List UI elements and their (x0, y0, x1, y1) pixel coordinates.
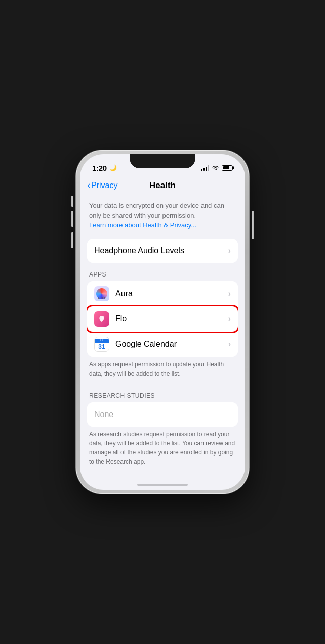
power-button[interactable] (252, 211, 254, 239)
learn-more-link[interactable]: Learn more about Health & Privacy... (89, 221, 196, 229)
gcal-chevron-icon: › (228, 340, 231, 349)
home-indicator[interactable] (137, 484, 188, 486)
volume-up-button[interactable] (71, 211, 73, 227)
svg-rect-0 (100, 340, 102, 341)
bottom-spacer (80, 472, 245, 490)
apps-section-label: APPS (80, 263, 245, 281)
flo-label: Flo (115, 314, 225, 324)
volume-down-button[interactable] (71, 232, 73, 248)
gcal-grid-icon (100, 339, 104, 342)
svg-rect-1 (102, 340, 103, 341)
flo-chevron-icon: › (228, 314, 231, 324)
battery-icon (222, 165, 233, 171)
apps-list-group: AURA Aura › (87, 281, 238, 357)
wifi-icon (212, 165, 219, 171)
aura-chevron-icon: › (228, 289, 231, 298)
notch (130, 154, 195, 168)
apps-helper-text: As apps request permission to update you… (80, 357, 245, 384)
moon-icon: 🌙 (109, 164, 117, 171)
back-chevron-icon: ‹ (87, 180, 90, 191)
research-list-group: None (87, 402, 238, 427)
headphone-label: Headphone Audio Levels (94, 246, 225, 255)
signal-icon (201, 165, 210, 171)
flo-app-icon (94, 311, 109, 327)
page-title: Health (149, 180, 176, 191)
flo-app-item[interactable]: Flo › (87, 306, 238, 332)
gcal-label: Google Calendar (115, 340, 225, 349)
gcal-date-number: 31 (98, 344, 105, 350)
health-description: Your data is encrypted on your device an… (80, 196, 245, 235)
back-label: Privacy (91, 181, 117, 190)
headphone-audio-item[interactable]: Headphone Audio Levels › (87, 239, 238, 263)
research-helper-text: As research studies request permission t… (80, 427, 245, 472)
gcal-app-icon: 31 (94, 337, 109, 352)
gcal-app-item[interactable]: 31 Google Calendar › (87, 332, 238, 357)
research-section-label: RESEARCH STUDIES (80, 384, 245, 402)
research-none-label: None (94, 410, 231, 419)
gcal-header-bar (95, 339, 109, 343)
back-button[interactable]: ‹ Privacy (87, 180, 117, 191)
description-text: Your data is encrypted on your device an… (89, 202, 224, 219)
aura-app-item[interactable]: AURA Aura › (87, 281, 238, 306)
nav-bar: ‹ Privacy Health (80, 176, 245, 196)
flo-row-wrapper: Flo › (87, 306, 238, 332)
headphone-chevron-icon: › (228, 246, 231, 255)
headphone-group: Headphone Audio Levels › (87, 239, 238, 263)
aura-label: Aura (115, 289, 225, 298)
phone-screen: 1:20 🌙 (80, 154, 245, 490)
flo-logo-svg (97, 314, 106, 324)
status-time: 1:20 (92, 164, 107, 172)
screen-content: Your data is encrypted on your device an… (80, 196, 245, 490)
phone-frame: 1:20 🌙 (76, 150, 249, 494)
research-none-item: None (87, 402, 238, 427)
aura-app-icon: AURA (94, 286, 109, 301)
silent-switch[interactable] (71, 196, 73, 207)
status-icons (201, 165, 233, 171)
